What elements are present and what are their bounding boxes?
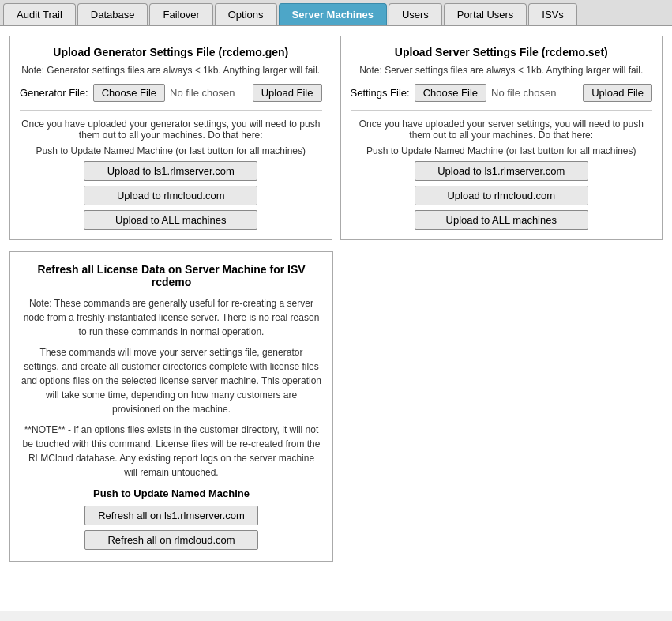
server-upload-file-button[interactable]: Upload File	[583, 84, 652, 102]
refresh-note3: **NOTE** - if an options files exists in…	[21, 423, 321, 480]
server-note: Note: Server settings files are always <…	[351, 65, 653, 76]
server-no-file-text: No file chosen	[491, 87, 578, 99]
server-file-label: Settings File:	[351, 87, 410, 99]
generator-note: Note: Generator settings files are alway…	[20, 65, 322, 76]
upload-section: Upload Generator Settings File (rcdemo.g…	[9, 36, 663, 240]
refresh-ls1-button[interactable]: Refresh all on ls1.rlmserver.com	[84, 506, 258, 525]
generator-upload-rlmcloud-button[interactable]: Upload to rlmcloud.com	[84, 186, 257, 205]
server-upload-box: Upload Server Settings File (rcdemo.set)…	[340, 36, 663, 240]
tab-isvs[interactable]: ISVs	[528, 3, 576, 25]
generator-title: Upload Generator Settings File (rcdemo.g…	[20, 46, 322, 58]
generator-push-info: Once you have uploaded your generator se…	[20, 119, 322, 141]
server-file-row: Settings File: Choose File No file chose…	[351, 84, 653, 102]
generator-push-buttons: Upload to ls1.rlmserver.com Upload to rl…	[20, 161, 322, 230]
refresh-section: Refresh all License Data on Server Machi…	[9, 251, 333, 562]
generator-upload-box: Upload Generator Settings File (rcdemo.g…	[9, 36, 332, 240]
tab-portal-users[interactable]: Portal Users	[444, 3, 527, 25]
refresh-title: Refresh all License Data on Server Machi…	[21, 263, 321, 288]
tab-audit-trail[interactable]: Audit Trail	[3, 3, 76, 25]
server-divider	[351, 110, 653, 111]
generator-upload-ls1-button[interactable]: Upload to ls1.rlmserver.com	[84, 161, 257, 181]
main-content: Upload Generator Settings File (rcdemo.g…	[0, 26, 672, 611]
server-push-label: Push to Update Named Machine (or last bu…	[351, 145, 653, 156]
generator-push-label: Push to Update Named Machine (or last bu…	[20, 145, 322, 156]
server-push-buttons: Upload to ls1.rlmserver.com Upload to rl…	[351, 161, 653, 230]
server-title: Upload Server Settings File (rcdemo.set)	[351, 46, 653, 58]
tab-users[interactable]: Users	[389, 3, 442, 25]
tab-options[interactable]: Options	[215, 3, 277, 25]
generator-no-file-text: No file chosen	[170, 87, 248, 99]
refresh-buttons: Refresh all on ls1.rlmserver.com Refresh…	[21, 506, 321, 550]
generator-upload-all-button[interactable]: Upload to ALL machines	[84, 210, 257, 230]
generator-divider	[20, 110, 322, 111]
refresh-note2: These commands will move your server set…	[21, 345, 321, 416]
tab-server-machines[interactable]: Server Machines	[279, 3, 387, 25]
server-upload-rlmcloud-button[interactable]: Upload to rlmcloud.com	[415, 186, 588, 205]
generator-file-row: Generator File: Choose File No file chos…	[20, 84, 322, 102]
tab-database[interactable]: Database	[77, 3, 148, 25]
generator-file-label: Generator File:	[20, 87, 88, 99]
refresh-rlmcloud-button[interactable]: Refresh all on rlmcloud.com	[84, 530, 258, 550]
refresh-note1: Note: These commands are generally usefu…	[21, 296, 321, 339]
server-upload-ls1-button[interactable]: Upload to ls1.rlmserver.com	[415, 161, 588, 181]
server-upload-all-button[interactable]: Upload to ALL machines	[415, 210, 588, 230]
generator-choose-file-button[interactable]: Choose File	[93, 84, 165, 102]
server-push-info: Once you have uploaded your server setti…	[351, 119, 653, 141]
server-choose-file-button[interactable]: Choose File	[415, 84, 486, 102]
tab-bar: Audit Trail Database Failover Options Se…	[0, 0, 672, 26]
tab-failover[interactable]: Failover	[149, 3, 212, 25]
generator-upload-file-button[interactable]: Upload File	[253, 84, 322, 102]
refresh-push-label: Push to Update Named Machine	[21, 487, 321, 499]
